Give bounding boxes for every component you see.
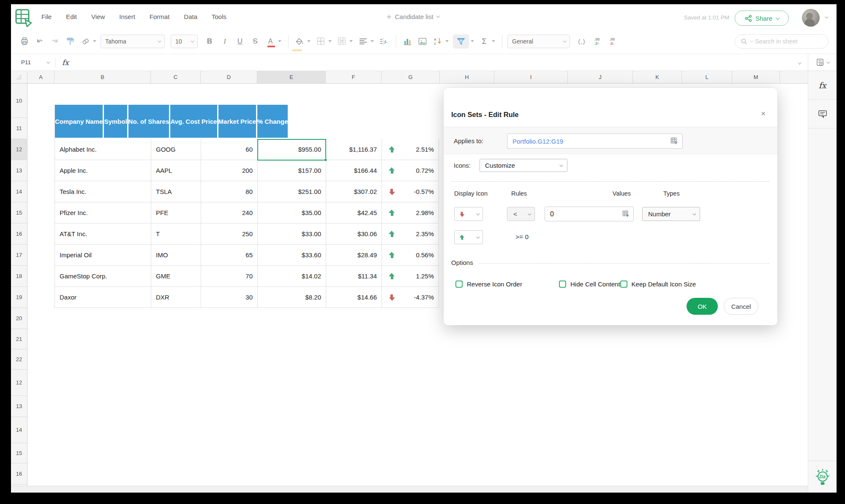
- panel-formulas-tab[interactable]: fx: [808, 71, 837, 100]
- undo-button[interactable]: [34, 34, 46, 49]
- column-header[interactable]: L: [682, 71, 732, 83]
- horizontal-align-button[interactable]: [357, 34, 369, 49]
- cell-shares[interactable]: 250: [201, 223, 258, 245]
- cell-symbol[interactable]: DXR: [151, 287, 201, 308]
- column-header[interactable]: A: [27, 71, 55, 83]
- cell-percent-change[interactable]: 1.25%: [382, 266, 439, 287]
- merge-cells-button[interactable]: a: [336, 34, 348, 49]
- zoho-sheet-logo-icon[interactable]: [14, 8, 33, 27]
- cell-shares[interactable]: 30: [201, 287, 258, 308]
- borders-chevron-icon[interactable]: [328, 40, 332, 42]
- filter-button[interactable]: [453, 34, 469, 49]
- cell-avg-cost[interactable]: $955.00: [258, 139, 326, 160]
- fill-color-chevron-icon[interactable]: [307, 40, 311, 42]
- font-color-button[interactable]: A: [268, 38, 273, 45]
- cell-shares[interactable]: 60: [201, 139, 258, 160]
- user-avatar[interactable]: [802, 9, 820, 27]
- cell-shares[interactable]: 200: [201, 160, 258, 181]
- cell-market-price[interactable]: $307.02: [326, 181, 382, 202]
- sort-chevron-icon[interactable]: [445, 40, 449, 42]
- menu-item[interactable]: Tools: [212, 13, 226, 20]
- cell-symbol[interactable]: AAPL: [151, 160, 201, 181]
- icons-select[interactable]: Customize: [480, 159, 567, 172]
- row-header[interactable]: 11: [11, 118, 27, 139]
- row-header[interactable]: 15: [11, 202, 27, 223]
- panel-comments-tab[interactable]: [808, 100, 837, 128]
- cell-company[interactable]: Apple Inc.: [55, 160, 151, 181]
- column-header[interactable]: H: [440, 71, 494, 83]
- formula-bar-expand-chevron-icon[interactable]: [798, 59, 808, 66]
- cell-symbol[interactable]: GOOG: [151, 139, 201, 160]
- dialog-close-icon[interactable]: ×: [761, 109, 766, 118]
- column-header[interactable]: I: [494, 71, 568, 83]
- row-header[interactable]: 16: [11, 223, 27, 245]
- cell-market-price[interactable]: $28.49: [326, 245, 382, 266]
- value-range-picker-icon[interactable]: [622, 210, 630, 218]
- cell-company[interactable]: GameStop Corp.: [55, 266, 151, 287]
- row-header[interactable]: 13: [11, 396, 27, 417]
- ok-button[interactable]: OK: [687, 298, 718, 315]
- rule1-type-select[interactable]: Number: [642, 207, 700, 221]
- menu-item[interactable]: Edit: [66, 13, 77, 20]
- merge-cells-chevron-icon[interactable]: [349, 40, 353, 42]
- filter-chevron-icon[interactable]: [471, 40, 474, 42]
- cell-company[interactable]: AT&T Inc.: [55, 223, 151, 245]
- cell-percent-change[interactable]: 2.98%: [382, 202, 439, 223]
- checkbox-unchecked[interactable]: [455, 281, 463, 288]
- row-header[interactable]: 14: [11, 417, 27, 443]
- font-size-select[interactable]: 10: [171, 35, 198, 48]
- font-family-select[interactable]: Tahoma: [101, 35, 165, 48]
- row-header[interactable]: 18: [11, 266, 27, 287]
- cell-avg-cost[interactable]: $35.00: [258, 202, 326, 223]
- cell-company[interactable]: Daxor: [55, 287, 151, 308]
- favorite-star-icon[interactable]: ★: [386, 13, 392, 21]
- sort-button[interactable]: AZ: [432, 34, 444, 49]
- checkbox-unchecked[interactable]: [620, 281, 627, 288]
- rule1-value-input[interactable]: 0: [545, 207, 634, 221]
- increase-decimal-button[interactable]: .00.0↑: [591, 34, 603, 49]
- cell-avg-cost[interactable]: $8.20: [258, 287, 326, 308]
- decrease-decimal-button[interactable]: .00.0↓: [606, 34, 618, 49]
- cell-market-price[interactable]: $11.34: [326, 266, 382, 287]
- column-header[interactable]: [780, 71, 808, 83]
- name-box[interactable]: P11: [11, 59, 55, 65]
- row-header[interactable]: 22: [11, 349, 27, 370]
- column-header[interactable]: J: [568, 71, 633, 83]
- number-format-select[interactable]: General: [507, 35, 570, 48]
- table-column-header[interactable]: Avg. Cost Price: [170, 105, 218, 139]
- clear-format-chevron-icon[interactable]: [93, 40, 96, 42]
- column-header[interactable]: M: [732, 71, 780, 83]
- menu-item[interactable]: File: [41, 13, 52, 20]
- rule1-icon-select[interactable]: [454, 207, 483, 221]
- cell-symbol[interactable]: IMO: [151, 245, 201, 266]
- formula-input[interactable]: [76, 54, 798, 71]
- cell-shares[interactable]: 70: [201, 266, 258, 287]
- column-header[interactable]: E: [257, 71, 326, 83]
- font-color-chevron-icon[interactable]: [278, 40, 281, 42]
- cell-shares[interactable]: 240: [201, 202, 258, 223]
- checkbox-unchecked[interactable]: [559, 281, 566, 288]
- row-header[interactable]: 21: [11, 329, 27, 349]
- cell-symbol[interactable]: GME: [151, 266, 201, 287]
- cell-percent-change[interactable]: 0.72%: [382, 160, 439, 181]
- rule2-icon-select[interactable]: [454, 230, 483, 244]
- clear-format-button[interactable]: [79, 34, 91, 49]
- wrap-text-button[interactable]: [378, 34, 390, 49]
- applies-to-range-input[interactable]: Portfolio.G12:G19: [507, 133, 683, 149]
- menu-item[interactable]: Insert: [119, 13, 135, 20]
- range-picker-icon[interactable]: [671, 137, 678, 145]
- row-header[interactable]: 12: [11, 370, 27, 396]
- share-button[interactable]: Share: [735, 11, 789, 26]
- row-header[interactable]: 17: [11, 245, 27, 266]
- column-header[interactable]: G: [382, 71, 440, 83]
- cell-avg-cost[interactable]: $33.00: [258, 223, 326, 245]
- strikethrough-button[interactable]: S: [249, 34, 261, 49]
- comma-format-button[interactable]: (,): [576, 34, 588, 49]
- sum-chevron-icon[interactable]: [492, 40, 495, 42]
- cell-company[interactable]: Alphabet Inc.: [55, 139, 151, 160]
- row-header[interactable]: 10: [11, 84, 27, 118]
- cell-shares[interactable]: 65: [201, 245, 258, 266]
- column-header[interactable]: D: [201, 71, 257, 83]
- insert-image-button[interactable]: [417, 34, 428, 49]
- cell-market-price[interactable]: $14.66: [326, 287, 382, 308]
